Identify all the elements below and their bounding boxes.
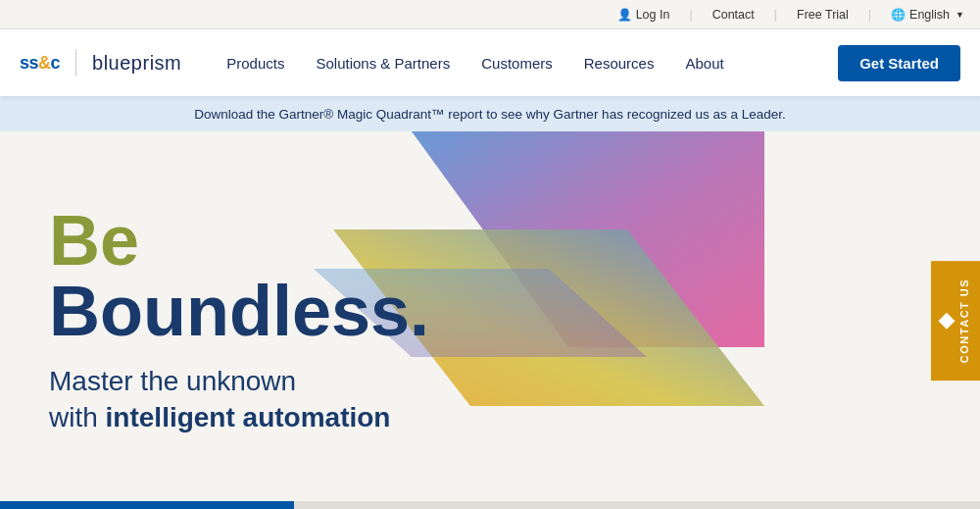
divider-3: | — [868, 8, 871, 22]
hero-section: Be Boundless. Master the unknown with in… — [0, 131, 980, 509]
main-nav: ss&c blueprism Products Solutions & Part… — [0, 29, 980, 96]
nav-products[interactable]: Products — [211, 29, 300, 96]
blueprism-logo-text: blueprism — [92, 52, 181, 75]
hero-subtitle: Master the unknown with intelligent auto… — [49, 364, 539, 435]
hero-title: Be Boundless. — [49, 205, 539, 346]
utility-bar: 👤 Log In | Contact | Free Trial | 🌐 Engl… — [0, 0, 980, 29]
contact-us-button[interactable]: CONTACT US — [931, 260, 980, 380]
chevron-down-icon: ▼ — [956, 10, 964, 20]
language-selector[interactable]: 🌐 English ▼ — [891, 8, 964, 22]
globe-icon: 🌐 — [891, 8, 906, 22]
divider-2: | — [774, 8, 777, 22]
hero-be-word: Be — [49, 201, 139, 280]
logo-link[interactable]: ss&c blueprism — [20, 49, 181, 76]
get-started-button[interactable]: Get Started — [838, 45, 960, 81]
contact-link[interactable]: Contact — [712, 8, 755, 22]
nav-about[interactable]: About — [669, 29, 739, 96]
nav-solutions[interactable]: Solutions & Partners — [300, 29, 466, 96]
bottom-bar — [0, 501, 980, 509]
contact-diamond-icon — [939, 312, 956, 329]
nav-customers[interactable]: Customers — [466, 29, 568, 96]
main-nav-links: Products Solutions & Partners Customers … — [211, 29, 960, 96]
hero-boundless-word: Boundless. — [49, 272, 429, 350]
announcement-banner[interactable]: Download the Gartner® Magic Quadrant™ re… — [0, 96, 980, 131]
free-trial-link[interactable]: Free Trial — [797, 8, 849, 22]
ssc-logo: ss&c — [20, 53, 60, 74]
login-link[interactable]: 👤 Log In — [617, 8, 670, 22]
hero-content: Be Boundless. Master the unknown with in… — [0, 205, 588, 435]
divider-1: | — [689, 8, 692, 22]
nav-resources[interactable]: Resources — [568, 29, 670, 96]
logo-divider — [75, 49, 76, 76]
person-icon: 👤 — [617, 8, 632, 22]
